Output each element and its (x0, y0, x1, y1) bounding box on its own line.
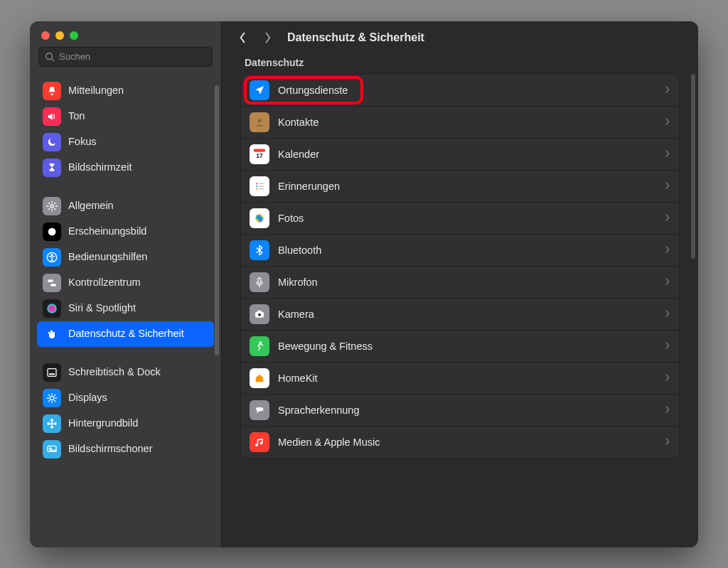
close-window-button[interactable] (41, 31, 50, 40)
reminders-icon (250, 176, 269, 196)
privacy-row-bluetooth[interactable]: Bluetooth (241, 234, 679, 266)
sidebar-list[interactable]: MitteilungenTonFokusBildschirmzeitAllgem… (30, 74, 221, 547)
sidebar-item-label: Bildschirmzeit (68, 161, 132, 173)
sidebar-item-label: Kontrollzentrum (68, 277, 141, 289)
row-label: Kamera (278, 309, 314, 320)
svg-rect-7 (50, 284, 56, 286)
row-label: Ortungsdienste (278, 85, 348, 96)
row-label: Mikrofon (278, 277, 318, 288)
sidebar-item-general[interactable]: Allgemein (37, 193, 214, 219)
svg-rect-42 (259, 407, 259, 410)
sidebar-item-privacy[interactable]: Datenschutz & Sicherheit (37, 321, 214, 347)
motion-icon (250, 336, 269, 356)
main-content[interactable]: Datenschutz OrtungsdiensteKontakte17Kale… (222, 54, 698, 547)
privacy-row-speech[interactable]: Spracherkennung (241, 394, 679, 426)
svg-rect-28 (259, 186, 264, 187)
dock-icon (43, 363, 61, 382)
privacy-row-microphone[interactable]: Mikrofon (241, 266, 679, 298)
sidebar-item-displays[interactable]: Displays (37, 385, 214, 411)
sidebar-item-control-center[interactable]: Kontrollzentrum (37, 270, 214, 296)
location-icon (250, 80, 269, 100)
minimize-window-button[interactable] (55, 31, 64, 40)
sidebar-scrollbar[interactable] (215, 85, 219, 355)
zoom-window-button[interactable] (70, 31, 78, 40)
bell-icon (43, 82, 61, 100)
svg-rect-9 (48, 368, 56, 376)
settings-window: MitteilungenTonFokusBildschirmzeitAllgem… (30, 21, 698, 547)
chevron-right-icon (665, 149, 670, 160)
svg-point-11 (50, 396, 53, 400)
search-icon (45, 52, 55, 62)
chevron-left-icon (239, 32, 246, 43)
sidebar-item-notifications[interactable]: Mitteilungen (37, 78, 214, 104)
chevron-right-icon (665, 213, 670, 224)
sidebar-item-siri[interactable]: Siri & Spotlight (37, 296, 214, 321)
sidebar-item-sound[interactable]: Ton (37, 104, 214, 129)
privacy-row-contacts[interactable]: Kontakte (241, 106, 679, 138)
sidebar-item-appearance[interactable]: Erscheinungsbild (37, 219, 214, 245)
chevron-right-icon (665, 436, 670, 448)
privacy-panel: OrtungsdiensteKontakte17KalenderErinneru… (240, 74, 680, 459)
appearance-icon (43, 223, 61, 241)
contacts-icon (250, 112, 269, 132)
chevron-right-icon (665, 117, 670, 128)
sidebar-item-label: Displays (68, 392, 107, 404)
row-label: HomeKit (278, 373, 318, 384)
camera-icon (250, 304, 269, 324)
forward-button[interactable] (262, 31, 274, 44)
svg-point-15 (47, 422, 50, 425)
chevron-right-icon (665, 245, 670, 256)
privacy-row-calendar[interactable]: 17Kalender (241, 138, 679, 170)
chevron-right-icon (665, 341, 670, 352)
sidebar-item-screensaver[interactable]: Bildschirmschoner (37, 436, 214, 462)
svg-point-13 (50, 419, 53, 422)
sidebar-item-label: Bedienungshilfen (68, 251, 147, 263)
music-icon (250, 432, 269, 452)
row-label: Fotos (278, 213, 304, 224)
moon-icon (43, 133, 61, 151)
brightness-icon (43, 389, 61, 407)
sidebar-item-label: Siri & Spotlight (68, 302, 136, 314)
hand-icon (43, 325, 61, 343)
row-label: Kontakte (278, 117, 318, 128)
search-field[interactable] (38, 47, 213, 67)
flower-icon (43, 414, 61, 433)
row-label: Bewegung & Fitness (278, 341, 373, 352)
back-button[interactable] (236, 31, 249, 44)
svg-point-12 (50, 422, 53, 425)
svg-text:17: 17 (256, 152, 263, 159)
sidebar-item-accessibility[interactable]: Bedienungshilfen (37, 245, 214, 270)
privacy-row-camera[interactable]: Kamera (241, 298, 679, 330)
sidebar-item-label: Allgemein (68, 200, 114, 212)
search-input[interactable] (59, 51, 206, 62)
sidebar-item-screentime[interactable]: Bildschirmzeit (37, 155, 214, 181)
privacy-row-motion[interactable]: Bewegung & Fitness (241, 330, 679, 362)
sidebar-item-label: Schreibtisch & Dock (68, 366, 161, 378)
window-controls (30, 21, 221, 47)
privacy-row-homekit[interactable]: HomeKit (241, 362, 679, 394)
hourglass-icon (43, 159, 61, 177)
privacy-row-location[interactable]: Ortungsdienste (241, 75, 679, 106)
svg-rect-10 (49, 373, 55, 375)
svg-rect-35 (258, 278, 261, 283)
speech-icon (250, 400, 269, 420)
row-label: Bluetooth (278, 245, 321, 256)
section-label: Datenschutz (240, 54, 680, 74)
main-scrollbar[interactable] (691, 74, 695, 259)
row-label: Medien & Apple Music (278, 436, 380, 448)
chevron-right-icon (665, 404, 670, 416)
sidebar-item-wallpaper[interactable]: Hintergrundbild (37, 411, 214, 436)
sidebar-item-desktop-dock[interactable]: Schreibtisch & Dock (37, 360, 214, 385)
svg-rect-29 (259, 188, 264, 190)
svg-rect-6 (48, 279, 53, 282)
privacy-row-media[interactable]: Medien & Apple Music (241, 426, 679, 458)
main-pane: Datenschutz & Sicherheit Datenschutz Ort… (222, 21, 698, 547)
svg-point-0 (46, 53, 53, 59)
privacy-row-reminders[interactable]: Erinnerungen (241, 170, 679, 202)
sidebar-item-focus[interactable]: Fokus (37, 129, 214, 155)
svg-line-1 (52, 58, 55, 61)
privacy-row-photos[interactable]: Fotos (241, 202, 679, 234)
switches-icon (43, 274, 61, 292)
speaker-icon (43, 107, 61, 126)
titlebar: Datenschutz & Sicherheit (222, 21, 698, 54)
